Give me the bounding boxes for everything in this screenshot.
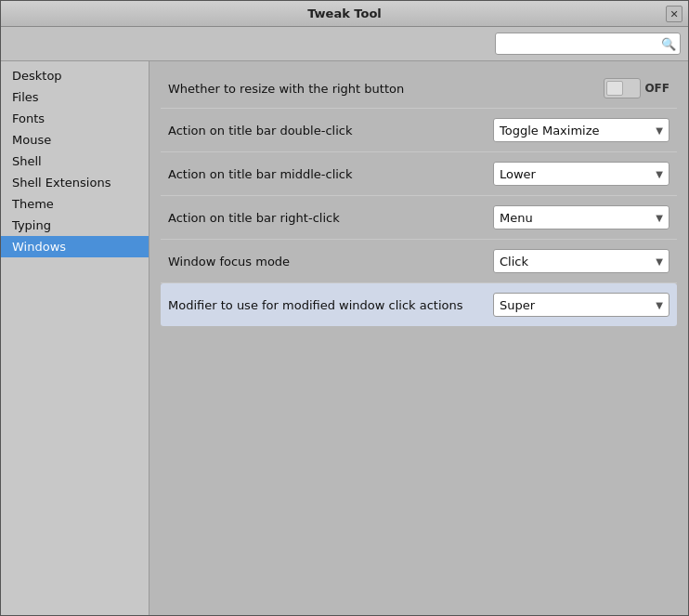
dropdown-double-click[interactable]: Toggle Maximize ▼: [493, 118, 670, 142]
search-input[interactable]: [500, 37, 661, 50]
setting-row-right-click: Action on title bar right-click Menu ▼: [161, 196, 677, 240]
toolbar: 🔍: [1, 27, 688, 61]
setting-label-modifier: Modifier to use for modified window clic…: [168, 298, 493, 312]
toggle-thumb-resize: [606, 81, 623, 96]
dropdown-text-focus-mode: Click: [500, 255, 528, 269]
dropdown-right-click[interactable]: Menu ▼: [493, 205, 670, 229]
dropdown-text-right-click: Menu: [500, 211, 533, 225]
sidebar-item-windows[interactable]: Windows: [1, 236, 149, 257]
sidebar-item-mouse[interactable]: Mouse: [1, 129, 149, 151]
main-panel: Whether to resize with the right button …: [150, 61, 688, 615]
close-button[interactable]: ✕: [666, 6, 682, 22]
setting-row-middle-click: Action on title bar middle-click Lower ▼: [161, 152, 677, 196]
sidebar-item-theme[interactable]: Theme: [1, 193, 149, 215]
sidebar-item-typing[interactable]: Typing: [1, 215, 149, 236]
search-icon: 🔍: [661, 37, 676, 51]
toggle-track-resize[interactable]: [604, 78, 641, 98]
window-title: Tweak Tool: [307, 7, 382, 20]
setting-label-right-click: Action on title bar right-click: [168, 211, 493, 225]
search-box: 🔍: [495, 33, 681, 55]
setting-label-middle-click: Action on title bar middle-click: [168, 167, 493, 181]
chevron-down-icon: ▼: [656, 125, 663, 136]
dropdown-modifier[interactable]: Super ▼: [493, 293, 670, 317]
chevron-down-icon-5: ▼: [656, 300, 663, 310]
sidebar-item-desktop[interactable]: Desktop: [1, 65, 149, 86]
dropdown-middle-click[interactable]: Lower ▼: [493, 162, 670, 186]
setting-label-double-click: Action on title bar double-click: [168, 124, 493, 138]
setting-label-focus-mode: Window focus mode: [168, 255, 493, 269]
title-bar: Tweak Tool ✕: [1, 1, 688, 27]
sidebar-item-shell[interactable]: Shell: [1, 151, 149, 172]
setting-row-focus-mode: Window focus mode Click ▼: [161, 240, 677, 283]
sidebar: Desktop Files Fonts Mouse Shell Shell Ex…: [1, 61, 150, 615]
close-icon: ✕: [670, 8, 678, 20]
setting-row-modifier: Modifier to use for modified window clic…: [161, 283, 677, 326]
setting-row-double-click: Action on title bar double-click Toggle …: [161, 109, 677, 152]
sidebar-item-shell-extensions[interactable]: Shell Extensions: [1, 172, 149, 193]
chevron-down-icon-4: ▼: [656, 256, 663, 267]
dropdown-focus-mode[interactable]: Click ▼: [493, 249, 670, 273]
chevron-down-icon-2: ▼: [656, 169, 663, 179]
dropdown-text-double-click: Toggle Maximize: [500, 124, 600, 138]
dropdown-text-modifier: Super: [500, 298, 535, 312]
sidebar-item-fonts[interactable]: Fonts: [1, 108, 149, 129]
dropdown-text-middle-click: Lower: [500, 167, 536, 181]
sidebar-item-files[interactable]: Files: [1, 86, 149, 108]
settings-list: Whether to resize with the right button …: [150, 61, 688, 334]
toggle-label-resize: OFF: [644, 82, 670, 95]
main-window: Tweak Tool ✕ 🔍 Desktop Files Fonts Mouse…: [0, 0, 689, 616]
setting-label-resize: Whether to resize with the right button: [168, 82, 604, 96]
setting-row-resize-right-button: Whether to resize with the right button …: [161, 69, 677, 109]
content-area: Desktop Files Fonts Mouse Shell Shell Ex…: [1, 61, 688, 615]
toggle-control-resize: OFF: [604, 78, 670, 98]
chevron-down-icon-3: ▼: [656, 213, 663, 223]
